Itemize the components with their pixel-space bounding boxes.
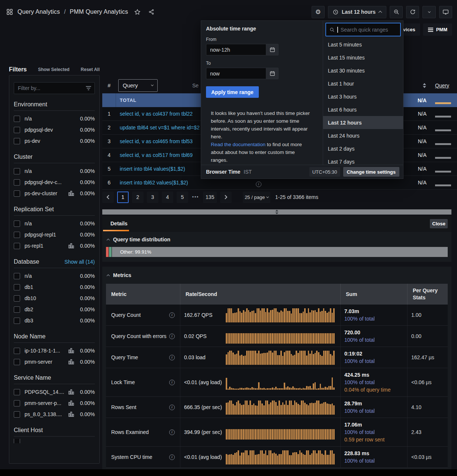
query-link[interactable]: insert into tbl62 values($1,$2) [120, 180, 188, 186]
query-info-icon[interactable]: i [256, 180, 261, 187]
spark-bar [286, 333, 287, 344]
main-metric-dropdown[interactable]: Query [118, 79, 158, 92]
checkbox[interactable] [14, 273, 20, 279]
checkbox[interactable] [14, 306, 20, 313]
distribution-segment-other[interactable]: Other: 99.91% [112, 247, 448, 257]
page-size-select[interactable]: 25 / page [243, 192, 270, 203]
next-page-button[interactable] [220, 192, 232, 203]
spark-bar [265, 333, 267, 344]
page-button-1[interactable]: 1 [117, 192, 129, 203]
quick-range-item[interactable]: Last 1 hour [323, 77, 403, 90]
bar-chart-icon[interactable] [68, 359, 74, 364]
pmm-menu-button[interactable]: PMM [423, 23, 452, 36]
bar-chart-icon[interactable] [68, 412, 74, 417]
bar-chart-icon[interactable] [68, 348, 74, 353]
reset-all-link[interactable]: Reset All [81, 67, 100, 72]
query-link[interactable]: insert into tbl4 values($1,$2) [120, 166, 185, 172]
quick-range-item[interactable]: Last 12 hours [323, 116, 403, 129]
to-input[interactable] [206, 68, 266, 79]
checkbox[interactable] [14, 295, 20, 302]
change-time-settings-button[interactable]: Change time settings [343, 167, 399, 177]
star-icon[interactable] [133, 8, 141, 16]
checkbox[interactable] [14, 318, 20, 324]
tab-details[interactable]: Details [110, 221, 128, 226]
distribution-segment-teal[interactable] [109, 247, 112, 257]
show-all-link[interactable]: Show all (14) [64, 259, 95, 265]
info-icon[interactable]: i [169, 454, 175, 460]
refresh-interval-dropdown[interactable] [422, 6, 436, 18]
checkbox[interactable] [14, 179, 20, 186]
checkbox[interactable] [14, 116, 20, 122]
checkbox[interactable] [14, 439, 20, 443]
bar-chart-icon[interactable] [68, 191, 74, 196]
info-icon[interactable]: i [169, 312, 175, 318]
from-input[interactable] [206, 44, 266, 55]
share-icon[interactable] [148, 8, 155, 16]
checkbox[interactable] [14, 221, 20, 227]
query-search-placeholder-partial[interactable]: Se [192, 83, 199, 89]
breadcrumb-folder[interactable]: Query Analytics [17, 9, 60, 15]
to-calendar-button[interactable] [266, 68, 279, 79]
page-button-4[interactable]: 4 [162, 192, 173, 203]
query-time-distribution-toggle[interactable]: Query time distribution [106, 237, 448, 242]
quick-ranges-search-input[interactable]: Search quick ranges [325, 23, 401, 36]
checkbox[interactable] [14, 138, 20, 144]
checkbox[interactable] [14, 400, 20, 406]
checkbox[interactable] [14, 411, 20, 418]
read-documentation-link[interactable]: Read the documentation [211, 142, 265, 147]
quick-range-item[interactable]: Last 24 hours [323, 129, 403, 142]
quick-range-item[interactable]: Last 2 days [323, 142, 403, 155]
dashboards-grid-icon[interactable] [6, 8, 13, 16]
prev-page-button[interactable] [102, 192, 114, 203]
quick-range-item[interactable]: Last 3 hours [323, 90, 403, 103]
apply-time-range-button[interactable]: Apply time range [206, 86, 259, 98]
info-icon[interactable]: i [169, 334, 175, 339]
page-button-2[interactable]: 2 [132, 192, 144, 203]
filter-search-input[interactable] [14, 82, 95, 94]
time-range-picker-button[interactable]: Last 12 hours [328, 6, 386, 18]
checkbox[interactable] [14, 389, 20, 395]
metrics-toggle[interactable]: Metrics [106, 272, 448, 278]
bar-chart-icon[interactable] [68, 243, 74, 248]
checkbox[interactable] [14, 232, 20, 238]
query-link[interactable]: update tbl64 set v=$1 where id=$2 [120, 125, 200, 131]
details-resize-handle[interactable] [102, 209, 451, 215]
dashboard-settings-button[interactable]: ⚙ [312, 6, 325, 18]
sort-icon[interactable] [422, 83, 427, 88]
checkbox[interactable] [14, 284, 20, 290]
breadcrumb-dashboard-title[interactable]: PMM Query Analytics [70, 9, 128, 15]
checkbox[interactable] [14, 127, 20, 133]
info-icon[interactable]: i [169, 355, 175, 360]
checkbox[interactable] [14, 243, 20, 249]
distribution-segment-red[interactable] [106, 247, 109, 257]
page-button-5[interactable]: 5 [177, 192, 188, 203]
info-icon[interactable]: i [169, 380, 175, 385]
show-selected-link[interactable]: Show Selected [38, 67, 70, 72]
info-icon[interactable]: i [256, 181, 261, 187]
refresh-button[interactable] [406, 6, 419, 18]
zoom-out-time-button[interactable] [390, 6, 403, 18]
kiosk-mode-button[interactable] [439, 6, 452, 18]
query-link[interactable]: select id, v as col517 from tbl69 [120, 152, 193, 158]
bar-chart-icon[interactable] [68, 401, 74, 406]
spark-bar [282, 333, 284, 344]
quick-range-item[interactable]: Last 6 hours [323, 103, 403, 116]
bar-chart-icon[interactable] [68, 389, 74, 395]
quick-range-item[interactable]: Last 15 minutes [323, 51, 403, 64]
info-icon[interactable]: i [169, 430, 175, 435]
query-link[interactable]: select id, v as col465 from tbl53 [120, 138, 193, 144]
from-calendar-button[interactable] [266, 44, 279, 55]
checkbox[interactable] [14, 348, 20, 354]
last-page-button[interactable]: 135 [203, 192, 217, 203]
info-icon[interactable]: i [169, 405, 175, 410]
checkbox[interactable] [14, 168, 20, 174]
query-link[interactable]: select id, v as col437 from tbl22 [120, 111, 193, 117]
checkbox[interactable] [14, 190, 20, 197]
close-details-button[interactable]: Close [430, 219, 448, 228]
column-header-query-count[interactable]: Query [435, 83, 449, 89]
quick-range-item[interactable]: Last 30 minutes [323, 64, 403, 77]
quick-range-item[interactable]: Last 5 minutes [323, 38, 403, 51]
checkbox[interactable] [14, 359, 20, 365]
page-button-3[interactable]: 3 [147, 192, 158, 203]
rate-cell: 394.99 (per sec) [180, 418, 341, 446]
